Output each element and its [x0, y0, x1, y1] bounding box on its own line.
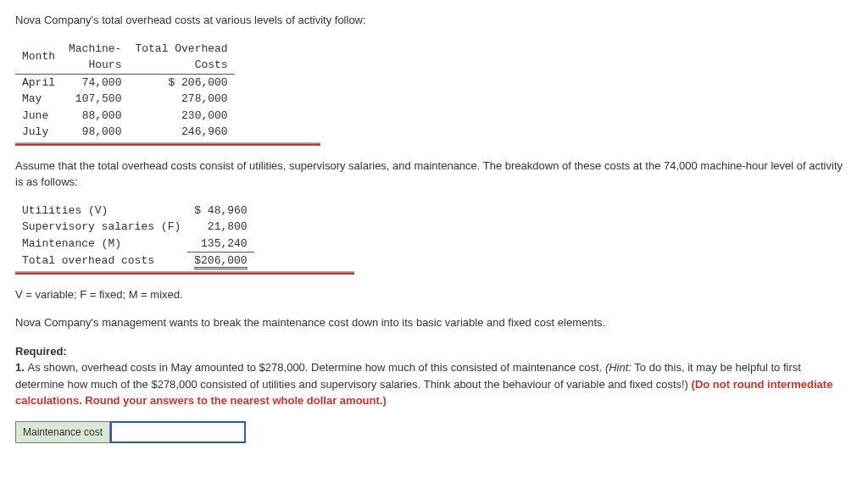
cell-total-label: Total overhead costs: [15, 253, 187, 269]
cell-value: 21,800: [187, 219, 253, 236]
table-row: June 88,000 230,000: [15, 108, 235, 125]
col-hours: Machine-Hours: [62, 41, 128, 75]
table-row: Supervisory salaries (F) 21,800: [15, 219, 254, 236]
cell-month: June: [15, 108, 62, 125]
cell-value: $ 48,960: [187, 203, 253, 219]
required-block: Required: 1. As shown, overhead costs in…: [15, 343, 853, 409]
col-month: Month: [15, 41, 62, 75]
table-row: July 98,000 246,960: [15, 124, 235, 141]
breakdown-intro: Assume that the total overhead costs con…: [15, 158, 853, 191]
breakdown-table: Utilities (V) $ 48,960 Supervisory salar…: [15, 203, 354, 275]
table-row: May 107,500 278,000: [15, 91, 235, 108]
cell-hours: 107,500: [62, 91, 128, 108]
col-costs: Total OverheadCosts: [128, 41, 234, 75]
required-heading: Required:: [15, 345, 67, 358]
total-row: Total overhead costs $206,000: [15, 253, 254, 269]
cell-costs: 278,000: [128, 91, 234, 108]
maintenance-cost-input[interactable]: [110, 421, 246, 443]
table-row: April 74,000 $ 206,000: [15, 74, 235, 91]
cell-month: April: [15, 74, 62, 91]
cell-hours: 74,000: [62, 74, 128, 91]
mgmt-goal: Nova Company's management wants to break…: [15, 314, 853, 331]
intro-text: Nova Company's total overhead costs at v…: [15, 12, 853, 29]
cell-label: Supervisory salaries (F): [15, 219, 187, 236]
overhead-table: Month Machine-Hours Total OverheadCosts …: [15, 41, 320, 146]
answer-row: Maintenance cost: [15, 421, 246, 443]
cell-costs: 230,000: [128, 108, 234, 125]
table-row: Utilities (V) $ 48,960: [15, 203, 254, 219]
required-item-number: 1.: [15, 361, 27, 374]
cell-hours: 88,000: [62, 108, 128, 125]
cell-costs: 246,960: [128, 124, 234, 141]
cell-hours: 98,000: [62, 124, 128, 141]
legend-text: V = variable; F = fixed; M = mixed.: [15, 286, 853, 303]
answer-label: Maintenance cost: [15, 421, 110, 443]
table-row: Maintenance (M) 135,240: [15, 236, 254, 253]
cell-costs: $ 206,000: [128, 74, 234, 91]
cell-value: 135,240: [187, 236, 253, 253]
cell-label: Utilities (V): [15, 203, 187, 219]
cell-total-value: $206,000: [194, 254, 247, 269]
cell-month: May: [15, 91, 62, 108]
cell-label: Maintenance (M): [15, 236, 187, 253]
cell-month: July: [15, 124, 62, 141]
required-item-body: As shown, overhead costs in May amounted…: [27, 361, 604, 374]
hint-prefix: (Hint:: [605, 361, 632, 374]
